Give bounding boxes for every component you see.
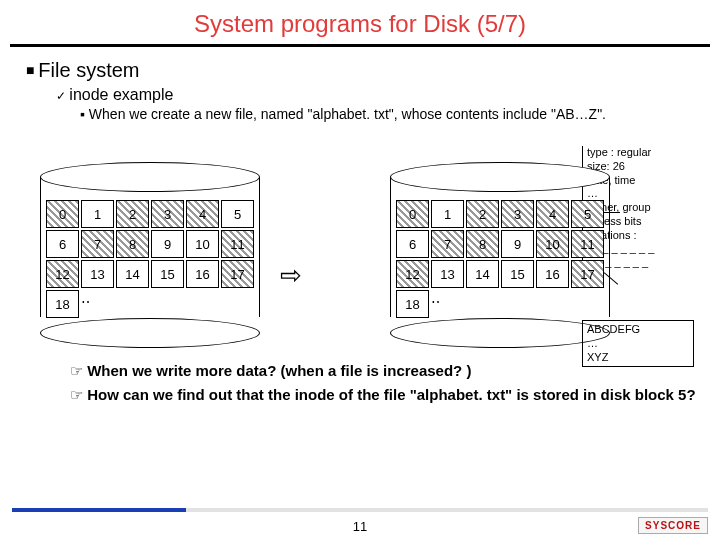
- block-ellipsis: ‥: [81, 290, 114, 318]
- block-8: 8: [116, 230, 149, 258]
- question-list: When we write more data? (when a file is…: [70, 362, 700, 404]
- inode-type: type : regular: [587, 146, 694, 160]
- block-16: 16: [186, 260, 219, 288]
- diagram-area: 0 1 2 3 4 5 6 7 8 9 10 11 12 13 14 15 16…: [20, 130, 700, 350]
- block-17: 17: [221, 260, 254, 288]
- block-6: 6: [46, 230, 79, 258]
- block17-line3: XYZ: [587, 351, 689, 365]
- block-15: 15: [501, 260, 534, 288]
- block-17-contents: ABCDEFG … XYZ: [582, 320, 694, 367]
- bullet-file-system: File system: [26, 59, 700, 82]
- block-13: 13: [81, 260, 114, 288]
- block-16: 16: [536, 260, 569, 288]
- block-6: 6: [396, 230, 429, 258]
- question-find-inode: How can we find out that the inode of th…: [70, 386, 700, 404]
- title-rule: [10, 44, 710, 47]
- block-11: 11: [571, 230, 604, 258]
- bullet-create-file: When we create a new file, named "alphab…: [80, 106, 700, 122]
- block-0: 0: [396, 200, 429, 228]
- block-13: 13: [431, 260, 464, 288]
- block-12: 12: [396, 260, 429, 288]
- block-14: 14: [466, 260, 499, 288]
- block-11: 11: [221, 230, 254, 258]
- block-3: 3: [151, 200, 184, 228]
- block-2: 2: [116, 200, 149, 228]
- block-9: 9: [501, 230, 534, 258]
- inode-ellipsis: …: [587, 187, 694, 201]
- block-8: 8: [466, 230, 499, 258]
- block-7: 7: [81, 230, 114, 258]
- block-10: 10: [536, 230, 569, 258]
- block-5: 5: [571, 200, 604, 228]
- block-12: 12: [46, 260, 79, 288]
- block-14: 14: [116, 260, 149, 288]
- block-18: 18: [46, 290, 79, 318]
- connector-line-inode: [602, 212, 620, 213]
- slide-title: System programs for Disk (5/7): [0, 0, 720, 44]
- block-18: 18: [396, 290, 429, 318]
- block-ellipsis: ‥: [431, 290, 464, 318]
- block-17: 17: [571, 260, 604, 288]
- footer-rule: [12, 508, 708, 512]
- block-4: 4: [186, 200, 219, 228]
- block-0: 0: [46, 200, 79, 228]
- block-5: 5: [221, 200, 254, 228]
- disk-after-grid: 0 1 2 3 4 5 6 7 8 9 10 11 12 13 14 15 16…: [396, 200, 604, 318]
- disk-after: 0 1 2 3 4 5 6 7 8 9 10 11 12 13 14 15 16…: [390, 170, 610, 340]
- block17-line2: …: [587, 337, 689, 351]
- logo-syscore: SYSCORE: [638, 517, 708, 534]
- block-2: 2: [466, 200, 499, 228]
- page-number: 11: [0, 519, 720, 534]
- block-7: 7: [431, 230, 464, 258]
- block-15: 15: [151, 260, 184, 288]
- block17-line1: ABCDEFG: [587, 323, 689, 337]
- disk-before: 0 1 2 3 4 5 6 7 8 9 10 11 12 13 14 15 16…: [40, 170, 260, 340]
- block-10: 10: [186, 230, 219, 258]
- block-1: 1: [81, 200, 114, 228]
- block-1: 1: [431, 200, 464, 228]
- arrow-icon: ⇨: [280, 260, 302, 291]
- block-4: 4: [536, 200, 569, 228]
- bullet-inode-example: inode example: [56, 86, 700, 104]
- block-9: 9: [151, 230, 184, 258]
- block-3: 3: [501, 200, 534, 228]
- disk-before-grid: 0 1 2 3 4 5 6 7 8 9 10 11 12 13 14 15 16…: [46, 200, 254, 318]
